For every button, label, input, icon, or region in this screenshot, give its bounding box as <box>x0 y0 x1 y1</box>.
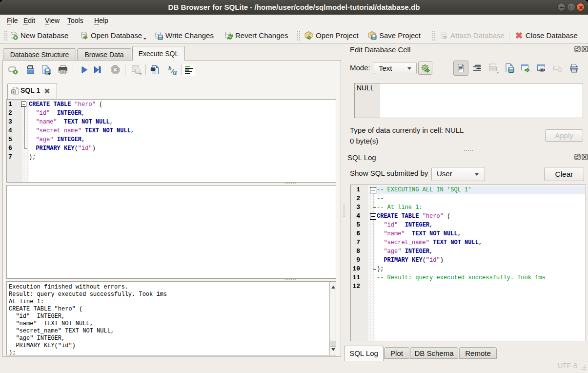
svg-text:a: a <box>173 67 177 76</box>
svg-text:b: b <box>168 64 172 72</box>
